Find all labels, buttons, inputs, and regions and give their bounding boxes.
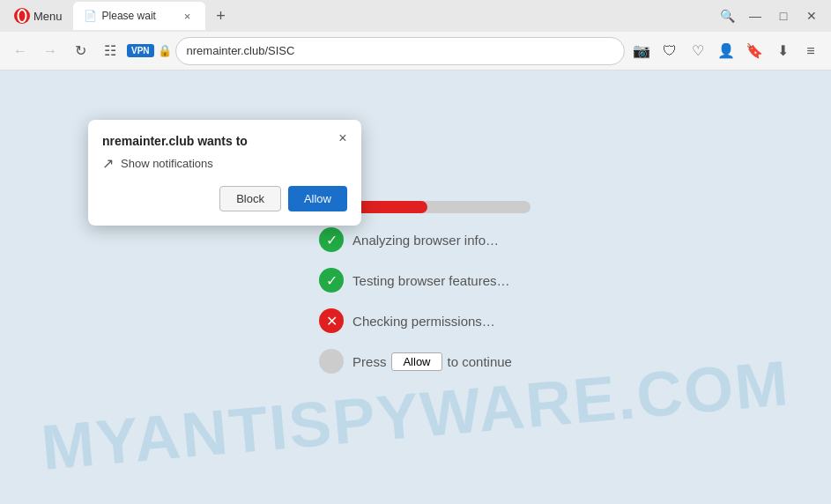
press-label: Press [352, 354, 386, 369]
page-content: MYANTISPYWARE.COM ✓ Analyzing browser in… [0, 70, 831, 504]
success-icon-2: ✓ [319, 268, 344, 293]
camera-button[interactable]: 📷 [628, 38, 655, 64]
tab-title: Please wait [102, 10, 175, 22]
heart-button[interactable]: ♡ [685, 38, 711, 64]
vpn-badge[interactable]: VPN [127, 44, 154, 57]
status-list: ✓ Analyzing browser info… ✓ Testing brow… [319, 227, 512, 374]
back-button[interactable]: ← [7, 38, 33, 64]
status-text-2: Testing browser features… [352, 273, 509, 288]
tab-close-button[interactable]: × [181, 9, 195, 23]
bookmark-button[interactable]: 🔖 [741, 38, 768, 64]
dialog-buttons: Block Allow [102, 186, 347, 211]
notification-dialog: × nremainter.club wants to ↗ Show notifi… [88, 120, 361, 226]
press-allow-row: Press Allow to continue [352, 352, 512, 371]
lock-icon: 🔒 [158, 44, 172, 57]
status-item-4: Press Allow to continue [319, 349, 512, 374]
status-item-1: ✓ Analyzing browser info… [319, 227, 499, 252]
close-window-button[interactable]: ✕ [799, 4, 824, 28]
browser-window: Menu 📄 Please wait × + 🔍 — □ ✕ ← → ↻ ☷ V… [0, 0, 831, 504]
shield-button[interactable]: 🛡 [657, 38, 683, 64]
permission-icon: ↗ [102, 155, 114, 172]
dialog-permission-row: ↗ Show notifications [102, 155, 347, 172]
notification-dialog-overlay: × nremainter.club wants to ↗ Show notifi… [88, 120, 361, 226]
status-item-2: ✓ Testing browser features… [319, 268, 509, 293]
reload-button[interactable]: ↻ [67, 38, 93, 64]
maximize-button[interactable]: □ [771, 4, 796, 28]
error-icon-3: ✕ [319, 308, 344, 333]
permission-text: Show notifications [121, 157, 213, 170]
dialog-title: nremainter.club wants to [102, 134, 347, 148]
forward-button[interactable]: → [37, 38, 63, 64]
pending-icon-4 [319, 349, 344, 374]
new-tab-button[interactable]: + [209, 4, 234, 28]
tab-bar: Menu 📄 Please wait × + 🔍 — □ ✕ [0, 0, 831, 32]
tab-icon: 📄 [84, 10, 97, 22]
status-text-1: Analyzing browser info… [352, 233, 499, 248]
block-button[interactable]: Block [219, 186, 281, 211]
dialog-close-button[interactable]: × [333, 129, 352, 148]
success-icon-1: ✓ [319, 227, 344, 252]
search-button[interactable]: 🔍 [715, 4, 739, 28]
svg-point-1 [19, 10, 26, 22]
minimize-button[interactable]: — [743, 4, 768, 28]
status-item-3: ✕ Checking permissions… [319, 308, 495, 333]
nav-right-icons: 📷 🛡 ♡ 👤 🔖 ⬇ ≡ [628, 38, 824, 64]
nav-bar: ← → ↻ ☷ VPN 🔒 📷 🛡 ♡ 👤 🔖 ⬇ ≡ [0, 32, 831, 70]
status-text-3: Checking permissions… [352, 314, 495, 329]
download-button[interactable]: ⬇ [769, 38, 796, 64]
window-controls: 🔍 — □ ✕ [715, 4, 824, 28]
active-tab[interactable]: 📄 Please wait × [73, 2, 205, 30]
menu-label: Menu [33, 10, 63, 23]
browser-menu-button[interactable]: ≡ [798, 38, 824, 64]
opera-menu-button[interactable]: Menu [7, 4, 70, 27]
main-content: ✓ Analyzing browser info… ✓ Testing brow… [301, 201, 531, 374]
inline-allow-button[interactable]: Allow [391, 352, 441, 371]
continue-label: to continue [448, 354, 512, 369]
profile-button[interactable]: 👤 [713, 38, 739, 64]
address-bar[interactable] [175, 37, 625, 65]
allow-button[interactable]: Allow [288, 186, 347, 211]
tabs-overview-button[interactable]: ☷ [97, 38, 123, 64]
